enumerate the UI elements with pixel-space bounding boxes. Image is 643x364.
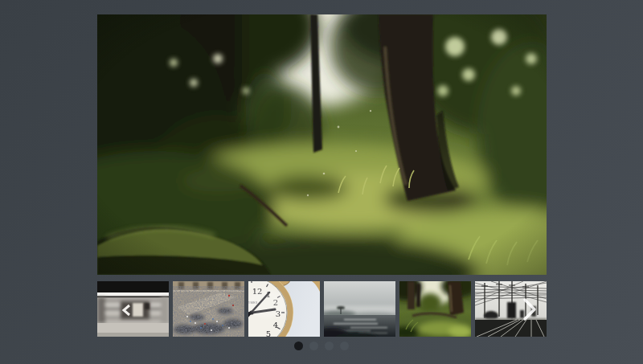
forest-photo bbox=[97, 14, 547, 275]
thumbnail-subway-platform[interactable] bbox=[97, 281, 169, 337]
pagination-dots bbox=[97, 342, 547, 350]
subway-photo bbox=[97, 281, 169, 337]
thumbnail-alarm-clock[interactable]: 12 1 2 3 4 5 TIMEX bbox=[248, 281, 320, 337]
pagination-dot-1[interactable] bbox=[294, 342, 303, 350]
main-image bbox=[97, 14, 547, 275]
svg-text:4: 4 bbox=[272, 321, 277, 329]
clock-photo: 12 1 2 3 4 5 TIMEX bbox=[248, 281, 320, 337]
thumbnails-next-button[interactable] bbox=[521, 297, 539, 321]
pagination-dot-2[interactable] bbox=[309, 342, 318, 350]
pagination-dot-4[interactable] bbox=[340, 342, 349, 350]
image-gallery: 12 1 2 3 4 5 TIMEX bbox=[97, 0, 547, 350]
forest-thumb-photo bbox=[399, 281, 471, 337]
thumbnail-misty-lake[interactable] bbox=[324, 281, 395, 337]
thumbnail-strip: 12 1 2 3 4 5 TIMEX bbox=[97, 281, 547, 337]
pagination-dot-3[interactable] bbox=[325, 342, 334, 350]
lake-photo bbox=[324, 281, 395, 337]
chevron-right-icon bbox=[521, 297, 539, 321]
thumbnail-station-crowd[interactable] bbox=[173, 281, 244, 337]
crowd-photo bbox=[173, 281, 244, 337]
svg-text:5: 5 bbox=[265, 329, 270, 337]
thumbnail-forest-clearing[interactable] bbox=[399, 281, 471, 337]
